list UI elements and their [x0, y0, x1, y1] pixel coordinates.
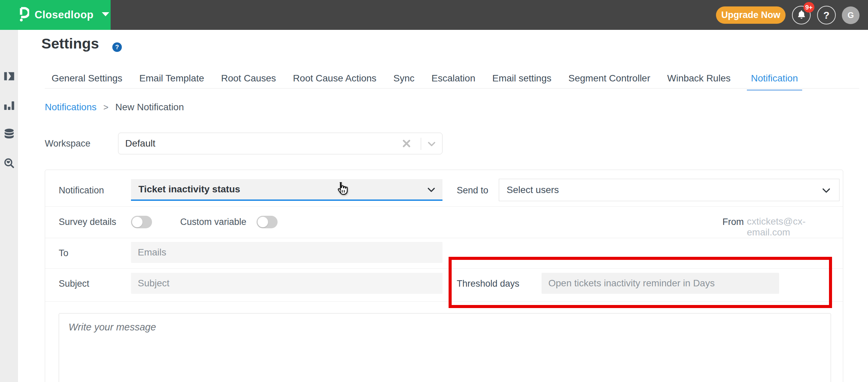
message-textarea[interactable]	[59, 313, 831, 382]
user-avatar[interactable]: G	[842, 6, 860, 24]
row-divider	[45, 268, 843, 269]
tab-general-settings[interactable]: General Settings	[51, 73, 123, 91]
toggle-knob	[132, 217, 143, 227]
notification-type-select[interactable]: Ticket inactivity status	[131, 179, 442, 201]
custom-variable-label: Custom variable	[180, 217, 246, 227]
survey-details-toggle[interactable]	[131, 216, 152, 228]
help-button[interactable]: ?	[817, 6, 836, 24]
breadcrumb-current: New Notification	[115, 102, 184, 113]
workspace-select[interactable]: Default	[118, 133, 442, 154]
workspace-label: Workspace	[45, 138, 91, 149]
top-bar: Closedloop Upgrade Now 9+ ? G	[0, 0, 868, 30]
to-emails-input[interactable]	[131, 242, 442, 263]
tab-email-settings[interactable]: Email settings	[492, 73, 552, 91]
subject-label: Subject	[59, 279, 89, 289]
from-email-value: cxtickets@cx-email.com	[747, 216, 843, 238]
page-title-help-icon[interactable]: ?	[112, 42, 122, 52]
workspace-switcher[interactable]: Closedloop	[0, 0, 111, 30]
row-divider	[45, 301, 843, 302]
workspace-selected-value: Default	[125, 138, 155, 149]
tab-notification[interactable]: Notification	[747, 73, 802, 91]
send-to-placeholder: Select users	[507, 185, 559, 195]
question-mark-icon: ?	[823, 9, 829, 21]
toggle-knob	[258, 217, 268, 227]
bar-chart-icon[interactable]	[4, 99, 15, 110]
to-label: To	[59, 248, 69, 259]
brand-name: Closedloop	[35, 9, 94, 21]
chevron-down-icon	[821, 185, 832, 197]
search-insights-icon[interactable]	[4, 158, 15, 169]
tab-root-cause-actions[interactable]: Root Cause Actions	[292, 73, 377, 91]
notification-label: Notification	[59, 185, 104, 196]
tab-segment-controller[interactable]: Segment Controller	[568, 73, 651, 91]
closedloop-logo-icon	[18, 7, 29, 23]
tab-email-template[interactable]: Email Template	[139, 73, 205, 91]
clear-icon[interactable]	[401, 138, 412, 149]
threshold-days-input[interactable]	[542, 273, 779, 294]
subject-input[interactable]	[131, 273, 442, 294]
send-to-select[interactable]: Select users	[499, 179, 839, 201]
breadcrumb: Notifications > New Notification	[45, 102, 184, 113]
tab-winback-rules[interactable]: Winback Rules	[666, 73, 731, 91]
survey-details-label: Survey details	[59, 217, 116, 227]
tab-escalation[interactable]: Escalation	[431, 73, 476, 91]
threshold-days-label: Threshold days	[457, 279, 520, 289]
send-to-label: Send to	[457, 185, 488, 196]
select-divider	[421, 138, 421, 150]
tickets-icon[interactable]	[4, 70, 15, 81]
notification-selected-value: Ticket inactivity status	[138, 184, 240, 195]
from-label: From	[722, 217, 744, 227]
row-divider	[45, 238, 843, 238]
tab-root-causes[interactable]: Root Causes	[220, 73, 277, 91]
notification-form-card: Notification Ticket inactivity status Se…	[45, 170, 843, 382]
breadcrumb-notifications-link[interactable]: Notifications	[45, 102, 97, 113]
row-divider	[45, 206, 843, 207]
custom-variable-toggle[interactable]	[257, 216, 278, 228]
upgrade-now-button[interactable]: Upgrade Now	[716, 6, 786, 24]
page-title: Settings	[41, 35, 99, 52]
app-root: Closedloop Upgrade Now 9+ ? G	[0, 0, 868, 382]
brand-dropdown-caret-icon	[101, 12, 110, 18]
left-sidebar	[0, 30, 18, 382]
breadcrumb-separator: >	[103, 102, 109, 113]
notification-count-badge: 9+	[804, 2, 814, 13]
database-icon[interactable]	[4, 128, 15, 139]
chevron-down-icon	[426, 185, 436, 196]
chevron-down-icon[interactable]	[427, 139, 437, 150]
tab-sync[interactable]: Sync	[393, 73, 415, 91]
tabs: General SettingsEmail TemplateRoot Cause…	[51, 73, 802, 91]
